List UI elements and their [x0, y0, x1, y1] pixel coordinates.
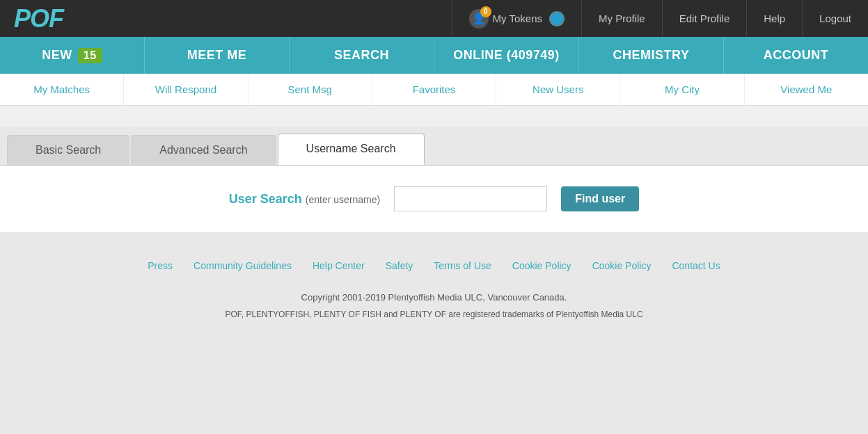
- primary-nav-item-online[interactable]: Online (409749): [434, 37, 579, 74]
- footer-trademark: POF, PLENTYOFFISH, PLENTY OF FISH and PL…: [0, 306, 868, 340]
- viewed-me-label: Viewed Me: [780, 83, 832, 95]
- search-label: Search: [334, 48, 389, 63]
- my-city-label: My City: [665, 83, 700, 95]
- primary-nav-item-account[interactable]: Account: [724, 37, 868, 74]
- advanced-search-label: Advanced Search: [159, 144, 247, 156]
- secondary-nav-item-viewed-me[interactable]: Viewed Me: [745, 74, 868, 105]
- footer-link-cookie-2[interactable]: Cookie Policy: [592, 260, 652, 271]
- secondary-nav-item-my-matches[interactable]: My Matches: [0, 74, 124, 105]
- secondary-nav-item-new-users[interactable]: New Users: [496, 74, 620, 105]
- secondary-nav-item-favorites[interactable]: Favorites: [372, 74, 496, 105]
- logout-button[interactable]: Logout: [802, 0, 868, 37]
- new-badge: 15: [78, 48, 102, 63]
- edit-profile-label: Edit Profile: [679, 13, 730, 24]
- footer-links: Press Community Guidelines Help Center S…: [0, 232, 868, 285]
- footer-link-contact[interactable]: Contact Us: [672, 260, 720, 271]
- new-users-label: New Users: [532, 83, 583, 95]
- my-tokens-button[interactable]: 👤 0 My Tokens 🌐: [452, 0, 581, 37]
- online-label: Online (409749): [453, 48, 560, 63]
- footer-link-help-center[interactable]: Help Center: [313, 260, 365, 271]
- find-user-label: Find user: [575, 193, 625, 204]
- logo: POF: [14, 4, 63, 33]
- user-search-label: User Search (enter username): [229, 192, 380, 207]
- footer: Press Community Guidelines Help Center S…: [0, 232, 868, 340]
- footer-link-safety[interactable]: Safety: [386, 260, 413, 271]
- meet-me-label: Meet Me: [187, 48, 247, 63]
- edit-profile-button[interactable]: Edit Profile: [662, 0, 747, 37]
- my-profile-button[interactable]: My Profile: [581, 0, 662, 37]
- tab-basic-search[interactable]: Basic Search: [7, 135, 129, 165]
- will-respond-label: Will Respond: [155, 83, 216, 95]
- user-search-row: User Search (enter username) Find user: [0, 179, 868, 218]
- primary-nav: NEW 15 Meet Me Search Online (409749) Ch…: [0, 37, 868, 74]
- search-tabs-wrapper: Basic Search Advanced Search Username Se…: [0, 127, 868, 232]
- footer-link-community-guidelines[interactable]: Community Guidelines: [194, 260, 292, 271]
- footer-link-cookie-1[interactable]: Cookie Policy: [512, 260, 571, 271]
- primary-nav-item-new[interactable]: NEW 15: [0, 37, 145, 74]
- my-matches-label: My Matches: [33, 83, 90, 95]
- globe-icon: 🌐: [549, 11, 565, 26]
- token-badge: 0: [480, 6, 491, 17]
- basic-search-label: Basic Search: [35, 144, 101, 156]
- new-label: NEW: [42, 48, 72, 63]
- primary-nav-item-meet-me[interactable]: Meet Me: [145, 37, 290, 74]
- token-avatar: 👤 0: [469, 9, 489, 29]
- search-tabs: Basic Search Advanced Search Username Se…: [0, 134, 868, 165]
- header-nav: 👤 0 My Tokens 🌐 My Profile Edit Profile …: [452, 0, 868, 37]
- chemistry-label: Chemistry: [613, 48, 690, 63]
- footer-link-terms[interactable]: Terms of Use: [434, 260, 491, 271]
- spacer-top: [0, 113, 868, 127]
- primary-nav-item-chemistry[interactable]: Chemistry: [579, 37, 724, 74]
- primary-nav-item-search[interactable]: Search: [290, 37, 434, 74]
- find-user-button[interactable]: Find user: [561, 186, 639, 211]
- my-profile-label: My Profile: [599, 13, 645, 24]
- favorites-label: Favorites: [413, 83, 456, 95]
- footer-link-press[interactable]: Press: [148, 260, 173, 271]
- account-label: Account: [764, 48, 829, 63]
- footer-copyright: Copyright 2001-2019 Plentyoffish Media U…: [0, 285, 868, 306]
- username-search-label: Username Search: [306, 143, 396, 154]
- secondary-nav-item-will-respond[interactable]: Will Respond: [124, 74, 248, 105]
- username-input[interactable]: [394, 186, 547, 211]
- search-content: User Search (enter username) Find user: [0, 165, 868, 232]
- user-search-label-text: User Search: [229, 192, 302, 206]
- tab-username-search[interactable]: Username Search: [278, 134, 425, 165]
- user-search-hint: (enter username): [306, 194, 380, 205]
- sent-msg-label: Sent Msg: [288, 83, 332, 95]
- help-label: Help: [764, 13, 785, 24]
- secondary-nav-item-sent-msg[interactable]: Sent Msg: [248, 74, 372, 105]
- help-button[interactable]: Help: [746, 0, 802, 37]
- logout-label: Logout: [819, 13, 851, 24]
- secondary-nav: My Matches Will Respond Sent Msg Favorit…: [0, 74, 868, 106]
- header: POF 👤 0 My Tokens 🌐 My Profile Edit Prof…: [0, 0, 868, 37]
- tab-advanced-search[interactable]: Advanced Search: [131, 135, 276, 165]
- secondary-nav-item-my-city[interactable]: My City: [620, 74, 744, 105]
- my-tokens-label: My Tokens: [493, 13, 542, 24]
- content-area: Basic Search Advanced Search Username Se…: [0, 106, 868, 232]
